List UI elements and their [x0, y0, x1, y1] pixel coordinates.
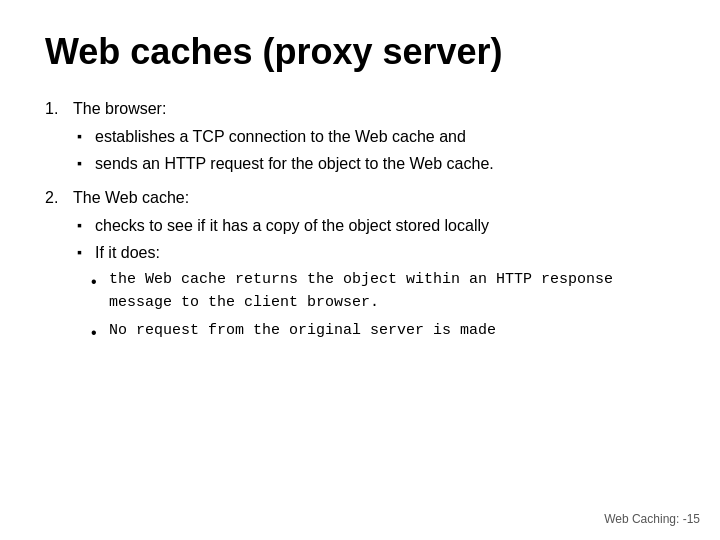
sub-bullet-1: • the Web cache returns the object withi…	[91, 269, 675, 314]
slide-footer: Web Caching: -15	[604, 512, 700, 526]
item1-bullet-2-text: sends an HTTP request for the object to …	[95, 152, 675, 176]
item2-bullet-1: ▪ checks to see if it has a copy of the …	[77, 214, 675, 238]
item2-bullet-2: ▪ If it does:	[77, 241, 675, 265]
item1-heading: The browser:	[73, 97, 675, 121]
list-item-1: 1. The browser: ▪ establishes a TCP conn…	[45, 97, 675, 176]
bullet-icon-2: ▪	[77, 153, 95, 174]
slide-title: Web caches (proxy server)	[45, 30, 675, 73]
sub-bullet-2: • No request from the original server is…	[91, 320, 675, 345]
slide-content: 1. The browser: ▪ establishes a TCP conn…	[45, 97, 675, 351]
sub-bullet-dot-2: •	[91, 321, 109, 345]
item1-number: 1.	[45, 97, 73, 121]
sub-bullet-container: • the Web cache returns the object withi…	[91, 269, 675, 345]
bullet-icon-4: ▪	[77, 242, 95, 263]
item2-number: 2.	[45, 186, 73, 210]
item1-bullet-1-text: establishes a TCP connection to the Web …	[95, 125, 675, 149]
item2-bullet-2-text: If it does:	[95, 241, 675, 265]
item2-bullet-1-text: checks to see if it has a copy of the ob…	[95, 214, 675, 238]
slide: Web caches (proxy server) 1. The browser…	[0, 0, 720, 540]
item2-content: The Web cache: ▪ checks to see if it has…	[73, 186, 675, 351]
item1-content: The browser: ▪ establishes a TCP connect…	[73, 97, 675, 176]
bullet-icon-3: ▪	[77, 215, 95, 236]
item2-heading: The Web cache:	[73, 186, 675, 210]
item1-bullet-1: ▪ establishes a TCP connection to the We…	[77, 125, 675, 149]
sub-bullet-2-text: No request from the original server is m…	[109, 320, 496, 343]
item1-bullet-2: ▪ sends an HTTP request for the object t…	[77, 152, 675, 176]
sub-bullet-dot-1: •	[91, 270, 109, 294]
list-item-2: 2. The Web cache: ▪ checks to see if it …	[45, 186, 675, 351]
sub-bullet-1-text: the Web cache returns the object within …	[109, 269, 675, 314]
bullet-icon-1: ▪	[77, 126, 95, 147]
